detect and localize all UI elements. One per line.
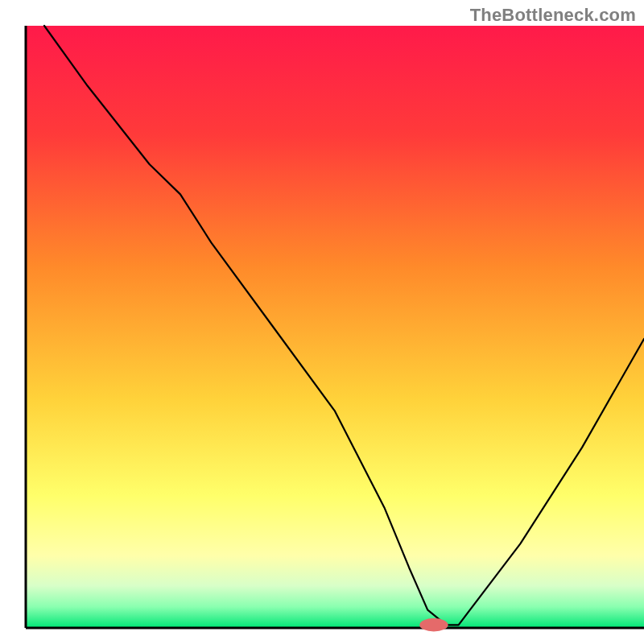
bottleneck-chart (0, 0, 644, 644)
trough-marker (419, 618, 448, 631)
chart-container: TheBottleneck.com (0, 0, 644, 644)
plot-background (26, 26, 644, 628)
watermark-text: TheBottleneck.com (470, 5, 636, 26)
